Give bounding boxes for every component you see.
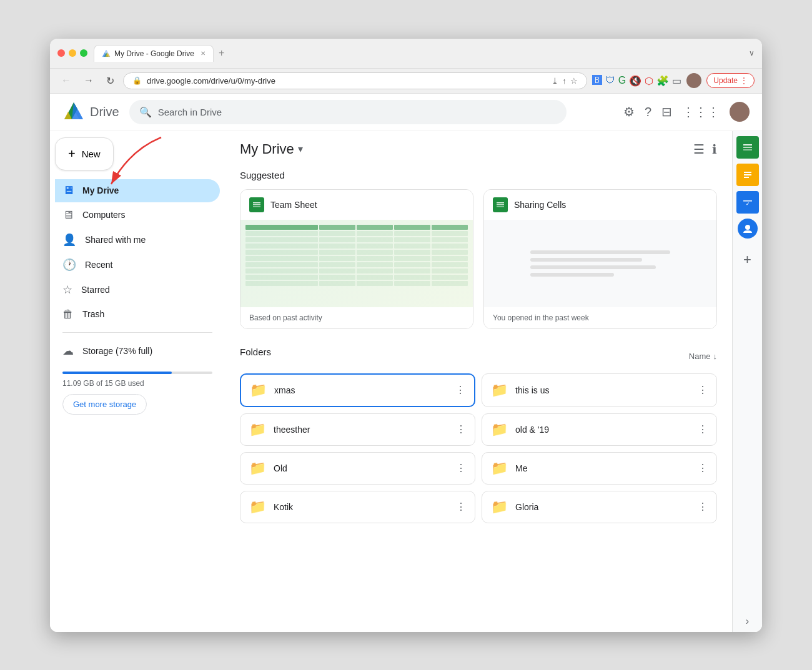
back-button[interactable]: ← — [57, 72, 75, 89]
team-sheet-icon — [249, 197, 264, 212]
sidebar-item-shared[interactable]: 👤 Shared with me — [55, 228, 220, 252]
folder-theesther-more-icon[interactable]: ⋮ — [456, 423, 466, 435]
svg-point-23 — [745, 225, 750, 230]
share-icon[interactable]: ↑ — [562, 76, 567, 86]
tab-close-icon[interactable]: ✕ — [201, 50, 205, 57]
header-icons: ⚙ ? ⊟ ⋮⋮⋮ — [623, 102, 750, 122]
sidebar-item-starred[interactable]: ☆ Starred — [55, 278, 220, 302]
puzzle-icon[interactable]: 🧩 — [656, 75, 669, 87]
new-tab-button[interactable]: + — [219, 47, 224, 59]
folder-theesther[interactable]: 📁 theesther ⋮ — [240, 413, 475, 446]
folder-xmas-name: xmas — [274, 385, 448, 395]
translate-icon[interactable]: 🅱 — [592, 75, 602, 86]
new-button-container: + New — [55, 137, 114, 178]
svg-rect-5 — [253, 202, 260, 204]
sidebar-item-computers[interactable]: 🖥 Computers — [55, 204, 220, 227]
sort-button[interactable]: Name ↓ — [689, 352, 717, 361]
window-controls — [57, 49, 87, 57]
help-icon[interactable]: ? — [645, 105, 651, 119]
right-panel-sheets-icon[interactable] — [736, 136, 759, 159]
address-bar[interactable]: 🔒 drive.google.com/drive/u/0/my-drive ⤓ … — [123, 72, 587, 89]
nav-bar: ← → ↻ 🔒 drive.google.com/drive/u/0/my-dr… — [50, 69, 762, 94]
folder-icon: 📁 — [249, 499, 266, 515]
drive-logo-text: Drive — [90, 105, 119, 119]
folder-xmas[interactable]: 📁 xmas ⋮ — [240, 373, 475, 407]
right-panel: ✓ + › — [732, 131, 762, 632]
refresh-button[interactable]: ↻ — [102, 72, 118, 89]
sidebar-item-my-drive[interactable]: 🖥 My Drive — [55, 179, 220, 202]
svg-rect-18 — [744, 174, 751, 175]
folder-this-is-us[interactable]: 📁 this is us ⋮ — [482, 373, 717, 407]
folder-me[interactable]: 📁 Me ⋮ — [482, 452, 717, 485]
sidebar-item-shared-label: Shared with me — [85, 235, 146, 245]
list-view-icon[interactable]: ☰ — [693, 142, 705, 157]
folder-kotik[interactable]: 📁 Kotik ⋮ — [240, 491, 475, 523]
folder-icon: 📁 — [491, 460, 508, 476]
apps-icon[interactable]: ⋮⋮⋮ — [682, 104, 720, 119]
team-sheet-card[interactable]: Team Sheet — [240, 189, 473, 329]
right-panel-docs-icon[interactable] — [736, 164, 759, 186]
folder-icon: 📁 — [491, 421, 508, 438]
sidebar: + New 🖥 M — [50, 131, 225, 632]
sidebar-divider — [62, 332, 212, 333]
update-button[interactable]: Update ⋮ — [706, 73, 755, 88]
info-icon[interactable]: ℹ — [712, 142, 717, 157]
svg-rect-10 — [497, 204, 504, 205]
user-avatar[interactable] — [730, 102, 750, 122]
folder-old-more-icon[interactable]: ⋮ — [456, 462, 466, 474]
storage-bar-fill — [62, 372, 172, 374]
folder-gloria[interactable]: 📁 Gloria ⋮ — [482, 491, 717, 523]
tab-chevron-icon[interactable]: ∨ — [749, 49, 755, 57]
new-label: New — [82, 149, 101, 159]
new-button[interactable]: + New — [55, 137, 114, 170]
right-panel-person-icon[interactable] — [738, 219, 758, 239]
folder-old-19[interactable]: 📁 old & '19 ⋮ — [482, 413, 717, 446]
folder-icon: 📁 — [491, 499, 508, 515]
storage-bar-bg — [62, 372, 212, 374]
close-button[interactable] — [57, 49, 65, 57]
title-chevron-icon[interactable]: ▾ — [298, 143, 303, 155]
folder-this-is-us-more-icon[interactable]: ⋮ — [698, 384, 708, 396]
folder-old-19-more-icon[interactable]: ⋮ — [698, 423, 708, 435]
expand-button[interactable]: › — [746, 616, 749, 627]
maximize-button[interactable] — [80, 49, 87, 57]
folders-header: Folders Name ↓ — [240, 347, 717, 366]
right-panel-add-icon[interactable]: + — [736, 249, 759, 271]
tab-favicon-icon — [102, 49, 111, 58]
sharing-cells-card[interactable]: Sharing Cells — [483, 189, 717, 329]
folder-xmas-more-icon[interactable]: ⋮ — [455, 384, 465, 396]
settings-icon[interactable]: ⚙ — [623, 104, 635, 119]
bookmark-icon[interactable]: ☆ — [570, 76, 578, 86]
folders-grid: 📁 xmas ⋮ 📁 this is us ⋮ 📁 theesther ⋮ — [240, 373, 717, 523]
team-sheet-title: Team Sheet — [270, 200, 317, 210]
adjust-icon[interactable]: ⊟ — [661, 104, 672, 119]
svg-text:✓: ✓ — [746, 202, 750, 206]
sidebar-item-storage[interactable]: ☁ Storage (73% full) — [55, 339, 220, 363]
team-sheet-preview — [240, 220, 473, 307]
sidebar-item-trash[interactable]: 🗑 Trash — [55, 303, 220, 326]
sidebar-item-trash-label: Trash — [82, 309, 104, 319]
right-panel-calendar-icon[interactable]: ✓ — [736, 191, 759, 214]
folder-kotik-more-icon[interactable]: ⋮ — [456, 501, 466, 513]
folder-me-more-icon[interactable]: ⋮ — [698, 462, 708, 474]
my-drive-title: My Drive ▾ — [240, 141, 303, 157]
sidebar-item-recent[interactable]: 🕐 Recent — [55, 253, 220, 277]
warning-icon[interactable]: ⬡ — [645, 75, 653, 87]
folder-old[interactable]: 📁 Old ⋮ — [240, 452, 475, 485]
folder-gloria-more-icon[interactable]: ⋮ — [698, 501, 708, 513]
profile-avatar[interactable] — [686, 73, 701, 88]
screen-share-icon[interactable]: ⤓ — [552, 76, 558, 86]
shield-icon[interactable]: 🛡 — [605, 75, 615, 86]
drive-header: Drive 🔍 Search in Drive ⚙ ? ⊟ ⋮⋮⋮ — [50, 94, 762, 131]
mute-icon[interactable]: 🔇 — [629, 75, 641, 87]
active-tab[interactable]: My Drive - Google Drive ✕ — [94, 45, 214, 62]
sidebar-toggle-icon[interactable]: ▭ — [672, 75, 681, 87]
sort-icon: ↓ — [713, 352, 718, 361]
minimize-button[interactable] — [69, 49, 76, 57]
folder-icon: 📁 — [250, 382, 267, 398]
search-bar[interactable]: 🔍 Search in Drive — [129, 100, 567, 124]
g-icon[interactable]: G — [618, 75, 626, 86]
get-storage-button[interactable]: Get more storage — [62, 394, 147, 415]
sidebar-item-starred-label: Starred — [81, 285, 110, 295]
forward-button[interactable]: → — [80, 72, 97, 89]
